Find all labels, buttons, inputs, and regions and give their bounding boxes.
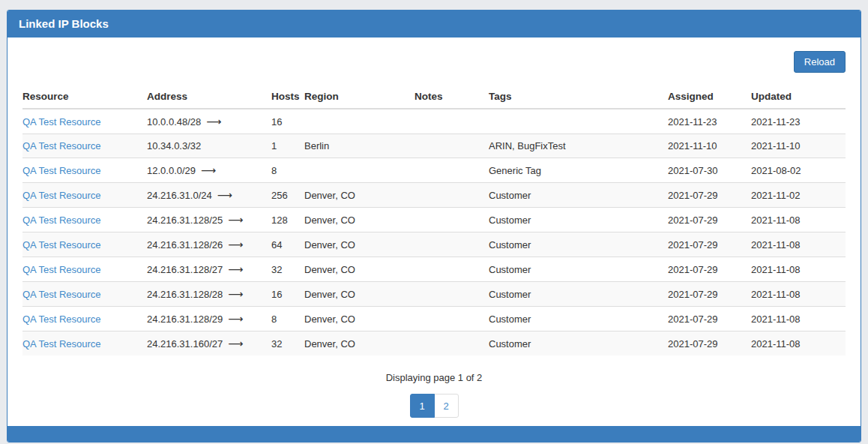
arrow-right-icon: ⟶ bbox=[228, 288, 243, 300]
column-header-tags: Tags bbox=[489, 85, 668, 109]
table-row: QA Test Resource24.216.31.128/25⟶128Denv… bbox=[22, 208, 846, 232]
address-cell: 10.34.0.3/32 bbox=[147, 134, 271, 158]
arrow-right-icon: ⟶ bbox=[217, 189, 232, 201]
table-row: QA Test Resource12.0.0.0/29⟶8Generic Tag… bbox=[22, 158, 846, 183]
address-cell: 24.216.31.0/24⟶ bbox=[147, 183, 271, 208]
resource-link[interactable]: QA Test Resource bbox=[22, 214, 101, 226]
table-row: QA Test Resource24.216.31.0/24⟶256Denver… bbox=[22, 183, 846, 208]
resource-link[interactable]: QA Test Resource bbox=[22, 314, 101, 325]
column-header-updated: Updated bbox=[751, 85, 846, 109]
address-text: 24.216.31.128/27 bbox=[147, 264, 223, 275]
region-cell: Denver, CO bbox=[304, 257, 415, 282]
tags-cell: Customer bbox=[489, 282, 668, 307]
updated-cell: 2021-08-02 bbox=[751, 158, 846, 183]
address-text: 10.0.0.48/28 bbox=[147, 116, 201, 128]
panel-body: Reload ResourceAddressHostsRegionNotesTa… bbox=[7, 38, 861, 426]
hosts-cell: 128 bbox=[271, 208, 304, 232]
resource-link[interactable]: QA Test Resource bbox=[22, 116, 101, 128]
arrow-right-icon: ⟶ bbox=[228, 238, 243, 250]
region-cell bbox=[304, 109, 415, 134]
address-text: 24.216.31.128/26 bbox=[147, 239, 223, 250]
page-button-1[interactable]: 1 bbox=[410, 394, 435, 418]
address-cell: 24.216.31.128/28⟶ bbox=[147, 282, 271, 307]
resource-cell: QA Test Resource bbox=[22, 158, 147, 183]
tags-cell: Customer bbox=[489, 232, 668, 257]
page-button-2[interactable]: 2 bbox=[434, 394, 459, 418]
linked-ip-blocks-panel: Linked IP Blocks Reload ResourceAddressH… bbox=[7, 10, 861, 442]
tags-cell bbox=[489, 109, 668, 134]
ip-blocks-table: ResourceAddressHostsRegionNotesTagsAssig… bbox=[22, 85, 846, 356]
column-header-region: Region bbox=[304, 85, 415, 109]
table-row: QA Test Resource24.216.31.128/28⟶16Denve… bbox=[22, 282, 846, 307]
hosts-cell: 256 bbox=[271, 183, 304, 208]
assigned-cell: 2021-07-29 bbox=[668, 183, 751, 208]
arrow-right-icon: ⟶ bbox=[228, 313, 243, 325]
tags-cell: Generic Tag bbox=[489, 158, 668, 183]
updated-cell: 2021-11-08 bbox=[751, 307, 846, 332]
address-text: 24.216.31.128/28 bbox=[147, 289, 223, 300]
resource-link[interactable]: QA Test Resource bbox=[22, 140, 101, 152]
assigned-cell: 2021-11-23 bbox=[668, 109, 751, 134]
resource-link[interactable]: QA Test Resource bbox=[22, 239, 101, 250]
pagination: 12 bbox=[22, 394, 846, 418]
table-header-row: ResourceAddressHostsRegionNotesTagsAssig… bbox=[22, 85, 846, 109]
panel-footer bbox=[7, 426, 861, 442]
resource-link[interactable]: QA Test Resource bbox=[22, 165, 101, 176]
region-cell: Denver, CO bbox=[304, 332, 415, 356]
arrow-right-icon: ⟶ bbox=[228, 338, 243, 350]
updated-cell: 2021-11-10 bbox=[751, 134, 846, 158]
resource-cell: QA Test Resource bbox=[22, 109, 147, 134]
notes-cell bbox=[415, 257, 489, 282]
notes-cell bbox=[415, 232, 489, 257]
notes-cell bbox=[415, 307, 489, 332]
updated-cell: 2021-11-08 bbox=[751, 257, 846, 282]
tags-cell: Customer bbox=[489, 307, 668, 332]
notes-cell bbox=[415, 208, 489, 232]
region-cell: Denver, CO bbox=[304, 183, 415, 208]
arrow-right-icon: ⟶ bbox=[201, 164, 216, 176]
notes-cell bbox=[415, 158, 489, 183]
resource-link[interactable]: QA Test Resource bbox=[22, 338, 101, 350]
updated-cell: 2021-11-23 bbox=[751, 109, 846, 134]
table-row: QA Test Resource24.216.31.160/27⟶32Denve… bbox=[22, 332, 846, 356]
assigned-cell: 2021-11-10 bbox=[668, 134, 751, 158]
column-header-address: Address bbox=[147, 85, 271, 109]
resource-cell: QA Test Resource bbox=[22, 332, 147, 356]
table-body: QA Test Resource10.0.0.48/28⟶162021-11-2… bbox=[22, 109, 846, 356]
notes-cell bbox=[415, 109, 489, 134]
region-cell: Denver, CO bbox=[304, 307, 415, 332]
assigned-cell: 2021-07-29 bbox=[668, 282, 751, 307]
updated-cell: 2021-11-08 bbox=[751, 332, 846, 356]
resource-link[interactable]: QA Test Resource bbox=[22, 190, 101, 201]
updated-cell: 2021-11-08 bbox=[751, 232, 846, 257]
tags-cell: Customer bbox=[489, 332, 668, 356]
assigned-cell: 2021-07-29 bbox=[668, 307, 751, 332]
resource-cell: QA Test Resource bbox=[22, 134, 147, 158]
address-text: 24.216.31.160/27 bbox=[147, 338, 223, 350]
address-cell: 24.216.31.128/27⟶ bbox=[147, 257, 271, 282]
updated-cell: 2021-11-02 bbox=[751, 183, 846, 208]
resource-cell: QA Test Resource bbox=[22, 208, 147, 232]
hosts-cell: 32 bbox=[271, 257, 304, 282]
address-text: 24.216.31.128/25 bbox=[147, 214, 223, 226]
assigned-cell: 2021-07-30 bbox=[668, 158, 751, 183]
tags-cell: Customer bbox=[489, 257, 668, 282]
address-cell: 12.0.0.0/29⟶ bbox=[147, 158, 271, 183]
hosts-cell: 16 bbox=[271, 282, 304, 307]
updated-cell: 2021-11-08 bbox=[751, 282, 846, 307]
resource-link[interactable]: QA Test Resource bbox=[22, 264, 101, 275]
table-row: QA Test Resource10.34.0.3/321BerlinARIN,… bbox=[22, 134, 846, 158]
column-header-hosts: Hosts bbox=[271, 85, 304, 109]
arrow-right-icon: ⟶ bbox=[206, 116, 221, 128]
region-cell bbox=[304, 158, 415, 183]
hosts-cell: 32 bbox=[271, 332, 304, 356]
panel-title: Linked IP Blocks bbox=[7, 10, 861, 38]
resource-cell: QA Test Resource bbox=[22, 183, 147, 208]
column-header-assigned: Assigned bbox=[668, 85, 751, 109]
reload-button[interactable]: Reload bbox=[794, 51, 846, 73]
assigned-cell: 2021-07-29 bbox=[668, 208, 751, 232]
resource-link[interactable]: QA Test Resource bbox=[22, 289, 101, 300]
address-cell: 24.216.31.128/26⟶ bbox=[147, 232, 271, 257]
tags-cell: Customer bbox=[489, 208, 668, 232]
resource-cell: QA Test Resource bbox=[22, 232, 147, 257]
